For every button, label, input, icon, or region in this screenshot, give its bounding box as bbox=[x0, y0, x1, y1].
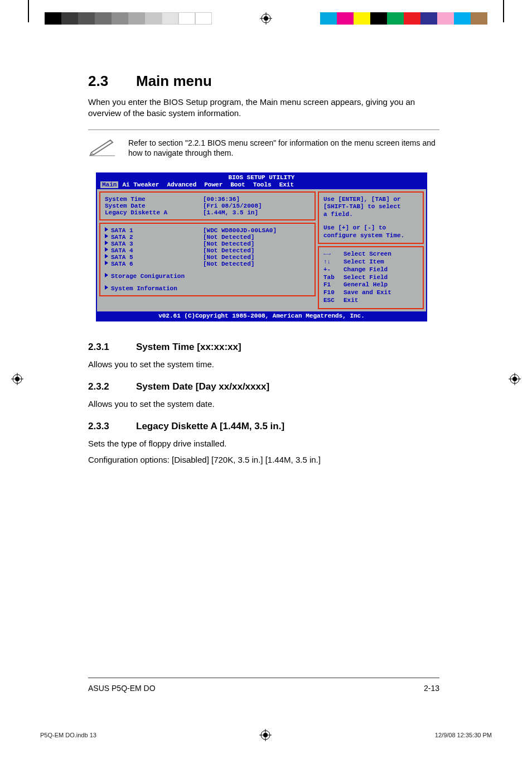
gray-swatches bbox=[45, 12, 212, 25]
triangle-right-icon bbox=[105, 261, 108, 265]
bios-value: [Not Detected] bbox=[203, 241, 310, 247]
bios-tab-tools[interactable]: Tools bbox=[249, 181, 275, 188]
color-swatches bbox=[320, 12, 487, 25]
nav-key: F10 bbox=[323, 289, 344, 297]
subsection-title: System Date [Day xx/xx/xxxx] bbox=[136, 381, 269, 392]
bios-label: SATA 4 bbox=[111, 247, 133, 254]
bios-row[interactable]: SATA 1[WDC WD800JD-00LSA0] bbox=[105, 227, 310, 234]
note-block: Refer to section "2.2.1 BIOS menu screen… bbox=[88, 129, 439, 159]
bios-nav-help: ←→Select Screen ↑↓Select Item +-Change F… bbox=[318, 246, 424, 309]
section-intro: When you enter the BIOS Setup program, t… bbox=[88, 97, 439, 119]
bios-row[interactable]: System Information bbox=[105, 285, 310, 292]
triangle-right-icon bbox=[105, 234, 108, 238]
bios-label: SATA 2 bbox=[111, 234, 133, 241]
nav-desc: Exit bbox=[344, 297, 358, 305]
bios-screenshot: BIOS SETUP UTILITY Main Ai Tweaker Advan… bbox=[96, 172, 427, 321]
subsection-number: 2.3.2 bbox=[88, 381, 136, 392]
bios-tab-main[interactable]: Main bbox=[100, 181, 118, 188]
nav-desc: Select Field bbox=[344, 274, 388, 282]
subsection-body: Configuration options: [Disabled] [720K,… bbox=[88, 454, 439, 465]
bios-label: System Information bbox=[111, 285, 177, 292]
bios-row[interactable]: Legacy Diskette A[1.44M, 3.5 in] bbox=[105, 209, 310, 216]
subsection-heading: 2.3.3Legacy Diskette A [1.44M, 3.5 in.] bbox=[88, 421, 439, 432]
nav-key: ←→ bbox=[323, 251, 344, 258]
help-line: configure system Time. bbox=[323, 232, 418, 240]
triangle-right-icon bbox=[105, 254, 108, 258]
triangle-right-icon bbox=[105, 241, 108, 245]
bios-value: [Not Detected] bbox=[203, 261, 310, 267]
prepress-date: 12/9/08 12:35:30 PM bbox=[435, 732, 492, 738]
bios-label: System Date bbox=[105, 203, 203, 209]
nav-desc: Change Field bbox=[344, 266, 388, 274]
nav-key: ESC bbox=[323, 297, 344, 305]
bios-tab-exit[interactable]: Exit bbox=[275, 181, 298, 188]
bios-label: Storage Coniguration bbox=[111, 273, 185, 280]
page-footer: ASUS P5Q-EM DO 2-13 bbox=[88, 678, 439, 693]
bios-row[interactable]: SATA 4[Not Detected] bbox=[105, 247, 310, 254]
bios-label: SATA 1 bbox=[111, 227, 133, 234]
section-heading: 2.3Main menu bbox=[88, 73, 439, 90]
bios-row[interactable]: System Date[Fri 08/15/2008] bbox=[105, 203, 310, 209]
bios-label: SATA 6 bbox=[111, 261, 133, 267]
help-line: Use [+] or [-] to bbox=[323, 224, 418, 232]
nav-desc: General Help bbox=[344, 281, 388, 289]
bios-label: Legacy Diskette A bbox=[105, 209, 203, 216]
note-pencil-icon bbox=[88, 136, 117, 159]
bios-value: [Not Detected] bbox=[203, 247, 310, 254]
prepress-footer: P5Q-EM DO.indb 13 12/9/08 12:35:30 PM bbox=[40, 729, 492, 741]
bios-value: [00:36:36] bbox=[203, 196, 310, 203]
section-title-text: Main menu bbox=[136, 73, 212, 89]
note-text: Refer to section "2.2.1 BIOS menu screen… bbox=[128, 136, 439, 159]
nav-key: Tab bbox=[323, 274, 344, 282]
bios-footer: v02.61 (C)Copyright 1985-2008, American … bbox=[97, 311, 426, 320]
nav-key: +- bbox=[323, 266, 344, 274]
bios-row[interactable]: SATA 5[Not Detected] bbox=[105, 254, 310, 261]
bios-tab-boot[interactable]: Boot bbox=[226, 181, 249, 188]
bios-menubar: Main Ai Tweaker Advanced Power Boot Tool… bbox=[97, 181, 426, 189]
nav-desc: Select Item bbox=[344, 258, 384, 266]
subsection-number: 2.3.3 bbox=[88, 421, 136, 432]
bios-tab-aitweaker[interactable]: Ai Tweaker bbox=[118, 181, 163, 188]
footer-left: ASUS P5Q-EM DO bbox=[88, 684, 156, 693]
help-line: [SHIFT-TAB] to select bbox=[323, 203, 418, 211]
triangle-right-icon bbox=[105, 247, 108, 252]
subsection-heading: 2.3.2System Date [Day xx/xx/xxxx] bbox=[88, 381, 439, 392]
bios-tab-advanced[interactable]: Advanced bbox=[163, 181, 200, 188]
registration-mark-icon bbox=[509, 373, 521, 385]
bios-value: [Fri 08/15/2008] bbox=[203, 203, 310, 209]
bios-row[interactable]: Storage Coniguration bbox=[105, 273, 310, 280]
bios-row[interactable]: SATA 2[Not Detected] bbox=[105, 234, 310, 241]
bios-row[interactable]: SATA 3[Not Detected] bbox=[105, 241, 310, 247]
bios-title: BIOS SETUP UTILITY bbox=[97, 174, 426, 181]
bios-value: [Not Detected] bbox=[203, 234, 310, 241]
bios-value: [Not Detected] bbox=[203, 254, 310, 261]
triangle-right-icon bbox=[105, 227, 108, 232]
help-line: Use [ENTER], [TAB] or bbox=[323, 196, 418, 204]
help-line: a field. bbox=[323, 211, 418, 219]
subsection-body: Sets the type of floppy drive installed. bbox=[88, 438, 439, 449]
bios-help-panel: Use [ENTER], [TAB] or [SHIFT-TAB] to sel… bbox=[318, 191, 424, 244]
bios-row[interactable]: SATA 6[Not Detected] bbox=[105, 261, 310, 267]
subsection-number: 2.3.1 bbox=[88, 342, 136, 353]
footer-right: 2-13 bbox=[424, 684, 439, 693]
bios-label: SATA 3 bbox=[111, 241, 133, 247]
bios-label: System Time bbox=[105, 196, 203, 203]
bios-sata-panel: SATA 1[WDC WD800JD-00LSA0] SATA 2[Not De… bbox=[99, 223, 316, 296]
triangle-right-icon bbox=[105, 273, 108, 277]
triangle-right-icon bbox=[105, 285, 108, 290]
bios-settings-panel: System Time[00:36:36] System Date[Fri 08… bbox=[99, 191, 316, 220]
nav-desc: Save and Exit bbox=[344, 289, 391, 297]
bios-value: [1.44M, 3.5 in] bbox=[203, 209, 310, 216]
registration-mark-icon bbox=[259, 729, 272, 741]
nav-desc: Select Screen bbox=[344, 251, 391, 258]
bios-row[interactable]: System Time[00:36:36] bbox=[105, 196, 310, 203]
bios-tab-power[interactable]: Power bbox=[200, 181, 226, 188]
nav-key: F1 bbox=[323, 281, 344, 289]
bios-value: [WDC WD800JD-00LSA0] bbox=[203, 227, 310, 234]
subsection-body: Allows you to set the system time. bbox=[88, 358, 439, 370]
subsection-title: Legacy Diskette A [1.44M, 3.5 in.] bbox=[136, 421, 284, 431]
section-number: 2.3 bbox=[88, 73, 136, 90]
prepress-filename: P5Q-EM DO.indb 13 bbox=[40, 732, 96, 738]
registration-mark-icon bbox=[11, 373, 23, 385]
subsection-title: System Time [xx:xx:xx] bbox=[136, 342, 241, 352]
